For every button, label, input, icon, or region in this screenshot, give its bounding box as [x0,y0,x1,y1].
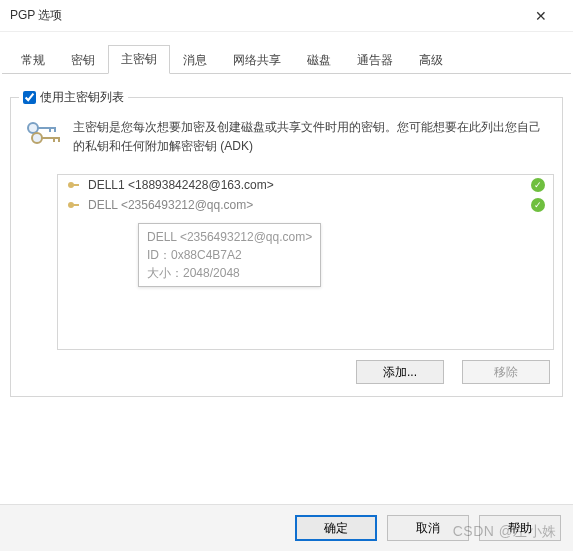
cancel-button[interactable]: 取消 [387,515,469,541]
svg-rect-5 [73,204,79,206]
tab-advanced[interactable]: 高级 [406,46,456,74]
key-tooltip: DELL <2356493212@qq.com> ID：0x88C4B7A2 大… [138,223,321,287]
key-row[interactable]: DELL1 <18893842428@163.com> ✓ [58,175,553,195]
close-button[interactable]: ✕ [519,0,563,31]
add-button[interactable]: 添加... [356,360,444,384]
svg-point-0 [28,123,38,133]
svg-point-1 [32,133,42,143]
tab-keys[interactable]: 密钥 [58,46,108,74]
key-icon [66,178,80,192]
verified-icon: ✓ [531,178,545,192]
tabs: 常规 密钥 主密钥 消息 网络共享 磁盘 通告器 高级 [2,32,571,74]
key-icon [66,198,80,212]
ok-button[interactable]: 确定 [295,515,377,541]
use-master-key-checkbox[interactable] [23,91,36,104]
key-row-text: DELL1 <18893842428@163.com> [88,178,274,192]
tab-netshare[interactable]: 网络共享 [220,46,294,74]
key-row[interactable]: DELL <2356493212@qq.com> ✓ [58,195,553,215]
group-description: 主密钥是您每次想要加密及创建磁盘或共享文件时用的密钥。您可能想要在此列出您自己的… [73,118,548,156]
master-key-group: 使用主密钥列表 主密钥是您每次想要加密及创建磁盘或共享文件时用的密钥。您可能想要… [10,89,563,397]
tab-messaging[interactable]: 消息 [170,46,220,74]
tooltip-size: 大小：2048/2048 [147,264,312,282]
dialog-footer: 确定 取消 帮助 [0,504,573,551]
help-button[interactable]: 帮助 [479,515,561,541]
remove-button[interactable]: 移除 [462,360,550,384]
verified-icon: ✓ [531,198,545,212]
tab-disk[interactable]: 磁盘 [294,46,344,74]
key-row-text: DELL <2356493212@qq.com> [88,198,253,212]
tab-general[interactable]: 常规 [8,46,58,74]
window-title: PGP 选项 [10,7,519,24]
tooltip-name: DELL <2356493212@qq.com> [147,228,312,246]
tab-master-key[interactable]: 主密钥 [108,45,170,74]
keys-icon [25,118,61,151]
key-list[interactable]: DELL1 <18893842428@163.com> ✓ DELL <2356… [57,174,554,350]
svg-rect-3 [73,184,79,186]
tab-content: 使用主密钥列表 主密钥是您每次想要加密及创建磁盘或共享文件时用的密钥。您可能想要… [0,74,573,504]
tab-notifier[interactable]: 通告器 [344,46,406,74]
titlebar: PGP 选项 ✕ [0,0,573,32]
tooltip-id: ID：0x88C4B7A2 [147,246,312,264]
use-master-key-checkbox-label[interactable]: 使用主密钥列表 [23,89,124,106]
